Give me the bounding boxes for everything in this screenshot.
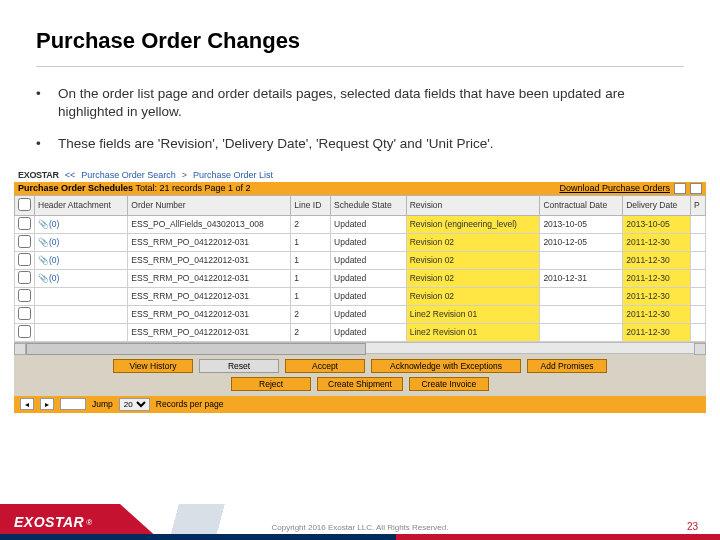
col-header[interactable]: Revision — [406, 195, 540, 215]
create-shipment-button[interactable]: Create Shipment — [317, 377, 403, 391]
reject-button[interactable]: Reject — [231, 377, 311, 391]
table-row: ESS_RRM_PO_04122012-0312UpdatedLine2 Rev… — [15, 305, 706, 323]
breadcrumb-sep: > — [182, 170, 187, 180]
exostar-logo-small: EXOSTAR — [18, 170, 59, 180]
col-header[interactable]: Contractual Date — [540, 195, 623, 215]
delivery-date-cell: 2011-12-30 — [623, 233, 691, 251]
footer-stripe — [0, 534, 720, 540]
attachment-cell[interactable]: 📎(0) — [35, 269, 128, 287]
table-row: ESS_RRM_PO_04122012-0311UpdatedRevision … — [15, 287, 706, 305]
order-number-cell[interactable]: ESS_RRM_PO_04122012-031 — [128, 251, 291, 269]
breadcrumb-back[interactable]: << — [65, 170, 76, 180]
embedded-screenshot: EXOSTAR << Purchase Order Search > Purch… — [14, 168, 706, 413]
accept-button[interactable]: Accept — [285, 359, 365, 373]
registered-mark: ® — [86, 518, 92, 527]
line-id-cell: 1 — [291, 233, 331, 251]
delivery-date-cell: 2011-12-30 — [623, 323, 691, 341]
page-title: Purchase Order Changes — [36, 28, 684, 67]
delivery-date-cell: 2011-12-30 — [623, 251, 691, 269]
row-checkbox[interactable] — [18, 235, 31, 248]
state-cell: Updated — [331, 215, 407, 233]
attachment-cell[interactable]: 📎(0) — [35, 233, 128, 251]
order-number-cell[interactable]: ESS_PO_AllFields_04302013_008 — [128, 215, 291, 233]
attachment-cell[interactable]: 📎(0) — [35, 251, 128, 269]
settings-icon[interactable] — [690, 183, 702, 194]
bullet-list: •On the order list page and order detail… — [36, 85, 684, 154]
line-id-cell: 1 — [291, 251, 331, 269]
jump-input[interactable] — [60, 398, 86, 410]
bullet-text: These fields are 'Revision', 'Delivery D… — [58, 135, 494, 153]
po-table: Header Attachment Order Number Line ID S… — [14, 195, 706, 342]
breadcrumb-link[interactable]: Purchase Order Search — [81, 170, 176, 180]
select-all-checkbox[interactable] — [18, 198, 31, 211]
col-header[interactable]: Line ID — [291, 195, 331, 215]
delivery-date-cell: 2013-10-05 — [623, 215, 691, 233]
pager-next-icon[interactable]: ▸ — [40, 398, 54, 410]
scrollbar-thumb[interactable] — [26, 343, 366, 355]
table-row: ESS_RRM_PO_04122012-0312UpdatedLine2 Rev… — [15, 323, 706, 341]
state-cell: Updated — [331, 323, 407, 341]
reset-button[interactable]: Reset — [199, 359, 279, 373]
line-id-cell: 2 — [291, 323, 331, 341]
create-invoice-button[interactable]: Create Invoice — [409, 377, 489, 391]
trailing-cell — [691, 269, 706, 287]
attachment-cell[interactable] — [35, 305, 128, 323]
order-number-cell[interactable]: ESS_RRM_PO_04122012-031 — [128, 269, 291, 287]
col-header[interactable]: Order Number — [128, 195, 291, 215]
horizontal-scrollbar[interactable] — [14, 342, 706, 354]
order-number-cell[interactable]: ESS_RRM_PO_04122012-031 — [128, 287, 291, 305]
line-id-cell: 2 — [291, 305, 331, 323]
add-promises-button[interactable]: Add Promises — [527, 359, 607, 373]
trailing-cell — [691, 305, 706, 323]
state-cell: Updated — [331, 305, 407, 323]
col-header[interactable]: Schedule State — [331, 195, 407, 215]
table-header-row: Header Attachment Order Number Line ID S… — [15, 195, 706, 215]
schedules-label: Purchase Order Schedules — [18, 183, 133, 193]
trailing-cell — [691, 287, 706, 305]
col-header[interactable]: P — [691, 195, 706, 215]
pager-prev-icon[interactable]: ◂ — [20, 398, 34, 410]
action-button-area: View History Reset Accept Acknowledge wi… — [14, 354, 706, 396]
state-cell: Updated — [331, 287, 407, 305]
revision-cell: Revision 02 — [406, 269, 540, 287]
attachment-cell[interactable]: 📎(0) — [35, 215, 128, 233]
row-checkbox[interactable] — [18, 253, 31, 266]
table-row: 📎(0)ESS_PO_AllFields_04302013_0082Update… — [15, 215, 706, 233]
attachment-cell[interactable] — [35, 287, 128, 305]
row-checkbox[interactable] — [18, 307, 31, 320]
breadcrumb: EXOSTAR << Purchase Order Search > Purch… — [14, 168, 706, 182]
delivery-date-cell: 2011-12-30 — [623, 287, 691, 305]
trailing-cell — [691, 215, 706, 233]
table-row: 📎(0)ESS_RRM_PO_04122012-0311UpdatedRevis… — [15, 251, 706, 269]
perpage-select[interactable]: 20 — [119, 398, 150, 411]
revision-cell: Revision 02 — [406, 251, 540, 269]
order-number-cell[interactable]: ESS_RRM_PO_04122012-031 — [128, 323, 291, 341]
ack-exceptions-button[interactable]: Acknowledge with Exceptions — [371, 359, 521, 373]
contractual-date-cell — [540, 323, 623, 341]
order-number-cell[interactable]: ESS_RRM_PO_04122012-031 — [128, 233, 291, 251]
contractual-date-cell: 2010-12-31 — [540, 269, 623, 287]
row-checkbox[interactable] — [18, 217, 31, 230]
jump-label: Jump — [92, 399, 113, 409]
page-number: 23 — [687, 521, 698, 532]
col-header[interactable]: Header Attachment — [35, 195, 128, 215]
excel-icon[interactable] — [674, 183, 686, 194]
contractual-date-cell: 2013-10-05 — [540, 215, 623, 233]
download-link[interactable]: Download Purchase Orders — [559, 183, 670, 193]
row-checkbox[interactable] — [18, 325, 31, 338]
slide-footer: EXOSTAR® Copyright 2016 Exostar LLC. All… — [0, 504, 720, 540]
state-cell: Updated — [331, 233, 407, 251]
contractual-date-cell — [540, 251, 623, 269]
schedules-summary: Total: 21 records Page 1 of 2 — [135, 183, 250, 193]
revision-cell: Revision (engineering_level) — [406, 215, 540, 233]
bullet-dot: • — [36, 135, 58, 153]
row-checkbox[interactable] — [18, 271, 31, 284]
view-history-button[interactable]: View History — [113, 359, 193, 373]
row-checkbox[interactable] — [18, 289, 31, 302]
attachment-cell[interactable] — [35, 323, 128, 341]
breadcrumb-link[interactable]: Purchase Order List — [193, 170, 273, 180]
col-header[interactable]: Delivery Date — [623, 195, 691, 215]
order-number-cell[interactable]: ESS_RRM_PO_04122012-031 — [128, 305, 291, 323]
bullet-dot: • — [36, 85, 58, 121]
state-cell: Updated — [331, 251, 407, 269]
